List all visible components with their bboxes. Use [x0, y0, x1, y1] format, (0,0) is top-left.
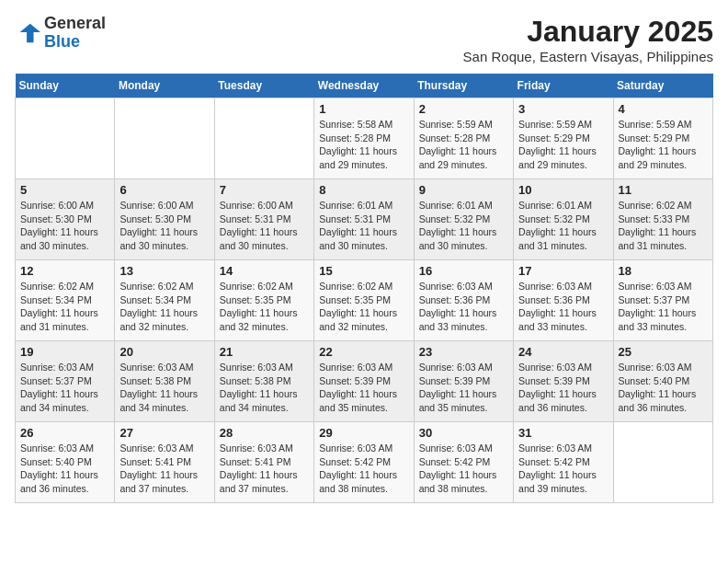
calendar-cell — [115, 98, 214, 179]
day-detail: Sunrise: 6:03 AM Sunset: 5:39 PM Dayligh… — [518, 361, 608, 415]
day-detail: Sunrise: 6:03 AM Sunset: 5:40 PM Dayligh… — [20, 442, 109, 496]
day-number: 31 — [518, 426, 608, 440]
calendar-cell: 12Sunrise: 6:02 AM Sunset: 5:34 PM Dayli… — [16, 260, 115, 341]
calendar-cell: 13Sunrise: 6:02 AM Sunset: 5:34 PM Dayli… — [115, 260, 214, 341]
day-number: 7 — [220, 183, 309, 197]
logo-text: General Blue — [44, 15, 106, 52]
header: General Blue January 2025 San Roque, Eas… — [15, 15, 713, 64]
day-detail: Sunrise: 6:03 AM Sunset: 5:42 PM Dayligh… — [319, 442, 408, 496]
calendar-cell: 28Sunrise: 6:03 AM Sunset: 5:41 PM Dayli… — [214, 422, 313, 503]
calendar-cell — [214, 98, 313, 179]
day-number: 15 — [319, 264, 408, 278]
calendar-cell: 6Sunrise: 6:00 AM Sunset: 5:30 PM Daylig… — [115, 179, 214, 260]
calendar-cell: 19Sunrise: 6:03 AM Sunset: 5:37 PM Dayli… — [16, 341, 115, 422]
day-number: 25 — [619, 345, 708, 359]
day-detail: Sunrise: 6:02 AM Sunset: 5:34 PM Dayligh… — [119, 280, 209, 334]
day-detail: Sunrise: 6:03 AM Sunset: 5:41 PM Dayligh… — [119, 442, 209, 496]
day-detail: Sunrise: 6:03 AM Sunset: 5:41 PM Dayligh… — [220, 442, 309, 496]
calendar-cell: 1Sunrise: 5:58 AM Sunset: 5:28 PM Daylig… — [314, 98, 414, 179]
weekday-header-row: SundayMondayTuesdayWednesdayThursdayFrid… — [16, 74, 713, 98]
day-detail: Sunrise: 5:59 AM Sunset: 5:28 PM Dayligh… — [419, 118, 508, 172]
day-detail: Sunrise: 6:00 AM Sunset: 5:30 PM Dayligh… — [20, 199, 109, 253]
calendar-cell: 25Sunrise: 6:03 AM Sunset: 5:40 PM Dayli… — [613, 341, 712, 422]
calendar-cell — [16, 98, 115, 179]
calendar-cell: 14Sunrise: 6:02 AM Sunset: 5:35 PM Dayli… — [214, 260, 313, 341]
calendar-cell: 31Sunrise: 6:03 AM Sunset: 5:42 PM Dayli… — [514, 422, 613, 503]
day-detail: Sunrise: 6:01 AM Sunset: 5:32 PM Dayligh… — [518, 199, 608, 253]
day-number: 14 — [220, 264, 309, 278]
day-number: 29 — [319, 426, 408, 440]
day-detail: Sunrise: 6:03 AM Sunset: 5:36 PM Dayligh… — [419, 280, 508, 334]
weekday-header-thursday: Thursday — [414, 74, 513, 98]
day-detail: Sunrise: 6:03 AM Sunset: 5:39 PM Dayligh… — [419, 361, 508, 415]
day-detail: Sunrise: 6:02 AM Sunset: 5:35 PM Dayligh… — [319, 280, 408, 334]
calendar-cell: 2Sunrise: 5:59 AM Sunset: 5:28 PM Daylig… — [414, 98, 513, 179]
day-number: 1 — [319, 102, 408, 116]
day-number: 2 — [419, 102, 508, 116]
calendar-cell: 18Sunrise: 6:03 AM Sunset: 5:37 PM Dayli… — [613, 260, 712, 341]
weekday-header-sunday: Sunday — [16, 74, 115, 98]
day-number: 16 — [419, 264, 508, 278]
calendar-cell: 29Sunrise: 6:03 AM Sunset: 5:42 PM Dayli… — [314, 422, 414, 503]
calendar-cell: 3Sunrise: 5:59 AM Sunset: 5:29 PM Daylig… — [514, 98, 613, 179]
day-number: 4 — [619, 102, 708, 116]
calendar-cell: 11Sunrise: 6:02 AM Sunset: 5:33 PM Dayli… — [613, 179, 712, 260]
calendar-cell: 15Sunrise: 6:02 AM Sunset: 5:35 PM Dayli… — [314, 260, 414, 341]
weekday-header-monday: Monday — [115, 74, 214, 98]
day-detail: Sunrise: 6:03 AM Sunset: 5:39 PM Dayligh… — [319, 361, 408, 415]
day-detail: Sunrise: 5:58 AM Sunset: 5:28 PM Dayligh… — [319, 118, 408, 172]
day-number: 17 — [518, 264, 608, 278]
day-number: 18 — [619, 264, 708, 278]
calendar-cell: 8Sunrise: 6:01 AM Sunset: 5:31 PM Daylig… — [314, 179, 414, 260]
day-number: 20 — [119, 345, 209, 359]
day-number: 8 — [319, 183, 408, 197]
calendar-cell — [613, 422, 712, 503]
day-detail: Sunrise: 5:59 AM Sunset: 5:29 PM Dayligh… — [619, 118, 708, 172]
calendar-cell: 9Sunrise: 6:01 AM Sunset: 5:32 PM Daylig… — [414, 179, 513, 260]
day-detail: Sunrise: 6:03 AM Sunset: 5:37 PM Dayligh… — [619, 280, 708, 334]
calendar-cell: 24Sunrise: 6:03 AM Sunset: 5:39 PM Dayli… — [514, 341, 613, 422]
logo-icon — [15, 20, 40, 46]
day-detail: Sunrise: 6:03 AM Sunset: 5:40 PM Dayligh… — [619, 361, 708, 415]
day-number: 26 — [20, 426, 109, 440]
calendar-cell: 30Sunrise: 6:03 AM Sunset: 5:42 PM Dayli… — [414, 422, 513, 503]
week-row-1: 1Sunrise: 5:58 AM Sunset: 5:28 PM Daylig… — [16, 98, 713, 179]
calendar-cell: 22Sunrise: 6:03 AM Sunset: 5:39 PM Dayli… — [314, 341, 414, 422]
title-area: January 2025 San Roque, Eastern Visayas,… — [463, 15, 713, 64]
day-number: 10 — [518, 183, 608, 197]
weekday-header-tuesday: Tuesday — [214, 74, 313, 98]
day-number: 23 — [419, 345, 508, 359]
day-number: 11 — [619, 183, 708, 197]
day-detail: Sunrise: 6:03 AM Sunset: 5:37 PM Dayligh… — [20, 361, 109, 415]
calendar-subtitle: San Roque, Eastern Visayas, Philippines — [463, 49, 713, 64]
day-detail: Sunrise: 6:03 AM Sunset: 5:38 PM Dayligh… — [220, 361, 309, 415]
weekday-header-friday: Friday — [514, 74, 613, 98]
svg-marker-0 — [20, 24, 40, 43]
day-number: 30 — [419, 426, 508, 440]
day-detail: Sunrise: 6:00 AM Sunset: 5:30 PM Dayligh… — [119, 199, 209, 253]
week-row-2: 5Sunrise: 6:00 AM Sunset: 5:30 PM Daylig… — [16, 179, 713, 260]
weekday-header-wednesday: Wednesday — [314, 74, 414, 98]
day-detail: Sunrise: 6:02 AM Sunset: 5:34 PM Dayligh… — [20, 280, 109, 334]
day-number: 28 — [220, 426, 309, 440]
day-detail: Sunrise: 6:02 AM Sunset: 5:33 PM Dayligh… — [619, 199, 708, 253]
calendar-cell: 7Sunrise: 6:00 AM Sunset: 5:31 PM Daylig… — [214, 179, 313, 260]
calendar-title: January 2025 — [463, 15, 713, 49]
day-detail: Sunrise: 6:03 AM Sunset: 5:42 PM Dayligh… — [518, 442, 608, 496]
day-detail: Sunrise: 6:01 AM Sunset: 5:31 PM Dayligh… — [319, 199, 408, 253]
calendar-table: SundayMondayTuesdayWednesdayThursdayFrid… — [15, 74, 713, 503]
day-number: 5 — [20, 183, 109, 197]
day-detail: Sunrise: 6:03 AM Sunset: 5:42 PM Dayligh… — [419, 442, 508, 496]
calendar-cell: 26Sunrise: 6:03 AM Sunset: 5:40 PM Dayli… — [16, 422, 115, 503]
day-number: 24 — [518, 345, 608, 359]
calendar-cell: 10Sunrise: 6:01 AM Sunset: 5:32 PM Dayli… — [514, 179, 613, 260]
day-number: 27 — [119, 426, 209, 440]
week-row-3: 12Sunrise: 6:02 AM Sunset: 5:34 PM Dayli… — [16, 260, 713, 341]
day-detail: Sunrise: 6:03 AM Sunset: 5:38 PM Dayligh… — [119, 361, 209, 415]
day-number: 13 — [119, 264, 209, 278]
day-detail: Sunrise: 6:01 AM Sunset: 5:32 PM Dayligh… — [419, 199, 508, 253]
calendar-cell: 17Sunrise: 6:03 AM Sunset: 5:36 PM Dayli… — [514, 260, 613, 341]
day-number: 3 — [518, 102, 608, 116]
day-detail: Sunrise: 6:02 AM Sunset: 5:35 PM Dayligh… — [220, 280, 309, 334]
day-detail: Sunrise: 6:00 AM Sunset: 5:31 PM Dayligh… — [220, 199, 309, 253]
